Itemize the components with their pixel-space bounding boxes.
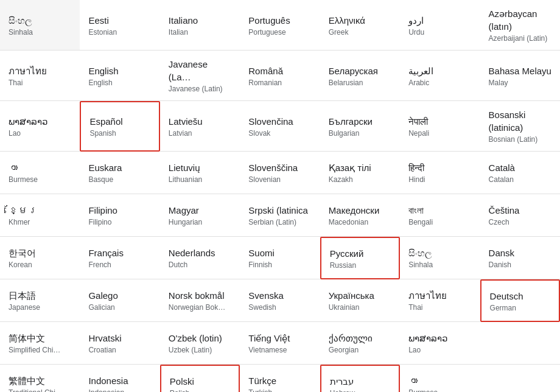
language-item[interactable]: FrançaisFrench [80,237,159,279]
language-item[interactable]: SuomiFinnish [240,237,320,279]
language-item[interactable]: GalegoGalician [80,279,159,322]
language-english-name: Kazakh [329,175,391,184]
language-item[interactable]: বাংলাBengali [400,194,480,237]
language-english-name: Javanese (Latin) [169,85,231,93]
language-item[interactable]: 繁體中文Traditional Chi… [0,365,80,392]
language-native-name: Tiếng Việt [248,332,311,345]
language-item[interactable]: Bahasa MelayuMalay [480,51,560,101]
language-item[interactable]: Srpski (latinicaSerbian (Latin) [240,194,320,237]
language-english-name: Greek [329,28,391,37]
language-item[interactable]: EestiEstonian [80,0,159,51]
language-native-name: Polski [170,375,230,388]
language-native-name: Magyar [169,204,231,217]
language-english-name: Czech [489,218,551,226]
language-item[interactable]: PortuguêsPortuguese [240,0,320,51]
language-english-name: Dutch [169,261,231,269]
language-english-name: Estonian [88,28,151,37]
language-item[interactable]: 日本語Japanese [0,279,80,322]
language-item[interactable]: РусскийRussian [320,237,400,279]
language-item[interactable]: PolskiPolish [160,365,240,392]
language-native-name: 简体中文 [9,332,71,345]
language-item[interactable]: O'zbek (lotin)Uzbek (Latin) [160,322,240,365]
language-item[interactable]: ខ្មែរKhmer [0,194,80,237]
language-item[interactable]: Қазақ тіліKazakh [320,152,400,194]
language-english-name: Nepali [408,129,471,138]
language-item[interactable]: IndonesiaIndonesian [80,365,159,392]
language-item[interactable]: EspañolSpanish [80,101,159,152]
language-item[interactable]: ItalianoItalian [160,0,240,51]
language-native-name: Azərbaycan (latın) [489,7,551,33]
language-native-name: ဟာ [9,161,71,174]
language-item[interactable]: ဟာBurmese [0,152,80,194]
language-item[interactable]: Javanese (La…Javanese (Latin) [160,51,240,101]
language-native-name: ქართული [329,332,391,345]
language-native-name: हिन्दी [408,161,471,174]
language-item[interactable]: 简体中文Simplified Chi… [0,322,80,365]
language-native-name: Filipino [88,204,151,217]
language-english-name: Lao [9,129,71,138]
language-english-name: Slovenian [248,175,311,184]
language-english-name: Finnish [248,261,311,269]
language-english-name: Georgian [329,346,391,354]
language-native-name: ภาษาไทย [408,289,471,302]
language-item[interactable]: БеларускаяBelarusian [320,51,400,101]
language-item[interactable]: EnglishEnglish [80,51,159,101]
language-item[interactable]: DanskDanish [480,237,560,279]
language-item[interactable]: LietuviųLithuanian [160,152,240,194]
language-item[interactable]: ČeštinaCzech [480,194,560,237]
language-item[interactable]: සිංහලSinhala [400,237,480,279]
language-item[interactable]: CatalàCatalan [480,152,560,194]
language-native-name: ພາສາລາວ [408,332,471,345]
language-item[interactable]: ພາສາລາວLao [400,322,480,365]
language-item[interactable]: SlovenčinaSlovak [240,101,320,152]
language-item[interactable]: العربيةArabic [400,51,480,101]
language-item[interactable]: MagyarHungarian [160,194,240,237]
language-native-name: Türkçe [248,374,311,387]
language-item[interactable]: ΕλληνικάGreek [320,0,400,51]
language-english-name: Portuguese [248,28,311,37]
language-item[interactable]: සිංහලSinhala [0,0,80,51]
language-item[interactable]: БългарскиBulgarian [320,101,400,152]
language-english-name: Macedonian [329,218,391,226]
language-item[interactable]: TürkçeTurkish [240,365,320,392]
language-item[interactable]: SvenskaSwedish [240,279,320,322]
language-item[interactable]: RomânăRomanian [240,51,320,101]
language-item[interactable]: УкраїнськаUkrainian [320,279,400,322]
language-item[interactable]: SlovenščinaSlovenian [240,152,320,194]
language-item[interactable]: DeutschGerman [480,279,560,322]
language-native-name: Norsk bokmål [169,289,231,302]
language-item[interactable]: Norsk bokmålNorwegian Bok… [160,279,240,322]
language-native-name: Eesti [88,14,151,27]
language-item[interactable]: עבריתHebrew [320,365,400,392]
language-item[interactable]: اردوUrdu [400,0,480,51]
language-native-name: Italiano [169,14,231,27]
language-item[interactable]: EuskaraBasque [80,152,159,194]
language-native-name: Беларуская [329,65,391,77]
language-item[interactable]: ພາສາລາວLao [0,101,80,152]
language-item[interactable]: МакедонскиMacedonian [320,194,400,237]
language-english-name: Korean [9,261,71,269]
language-item[interactable]: NederlandsDutch [160,237,240,279]
language-item[interactable]: ภาษาไทยThai [0,51,80,101]
language-item[interactable]: Bosanski (latinica)Bosnian (Latin) [480,101,560,152]
language-native-name: Slovenščina [248,161,311,174]
language-item[interactable]: HrvatskiCroatian [80,322,159,365]
language-english-name: Croatian [88,346,151,354]
language-item[interactable]: Tiếng ViệtVietnamese [240,322,320,365]
language-item[interactable]: हिन्दीHindi [400,152,480,194]
language-native-name: Latviešu [169,115,231,128]
language-english-name: Sinhala [408,261,471,269]
language-item[interactable]: ქართულიGeorgian [320,322,400,365]
language-native-name: Català [489,161,551,174]
language-item[interactable]: ဟာBurmese [400,365,480,392]
language-grid: සිංහලSinhalaEestiEstonianItalianoItalian… [0,0,560,392]
language-item[interactable]: FilipinoFilipino [80,194,159,237]
language-item[interactable]: Azərbaycan (latın)Azerbaijani (Latin) [480,0,560,51]
language-native-name: עברית [330,375,390,388]
language-item[interactable]: ภาษาไทยThai [400,279,480,322]
language-native-name: Nederlands [169,247,231,259]
language-item[interactable]: LatviešuLatvian [160,101,240,152]
language-english-name: Burmese [9,175,71,184]
language-item[interactable]: नेपालीNepali [400,101,480,152]
language-item[interactable]: 한국어Korean [0,237,80,279]
